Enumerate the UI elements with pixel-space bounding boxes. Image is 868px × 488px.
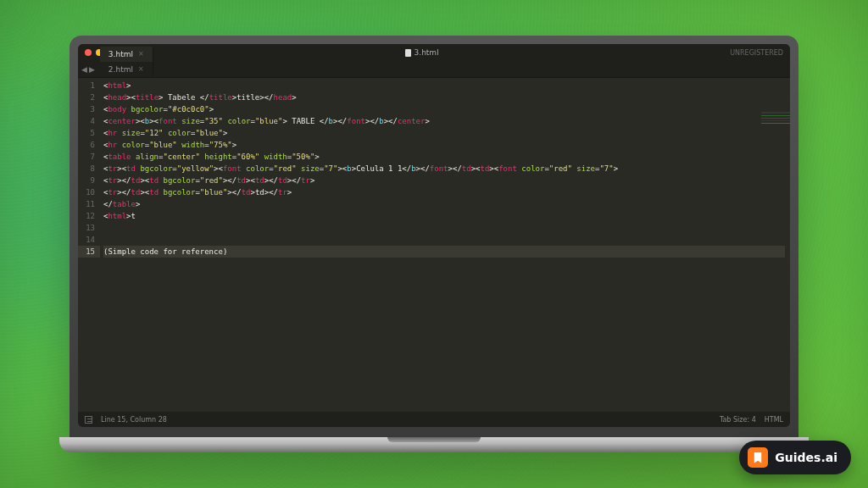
editor-area[interactable]: 123456789101112131415 <html><head><title…	[78, 78, 790, 412]
code-line[interactable]: <html>t	[103, 210, 785, 222]
code-line[interactable]: <body bgcolor="#c0c0c0">	[103, 103, 785, 115]
tab-nav: ◀ ▶	[81, 65, 95, 74]
code-line[interactable]	[103, 222, 785, 234]
bookmark-icon	[748, 447, 768, 468]
minimap[interactable]	[761, 112, 790, 163]
code-line[interactable]: <hr color="blue" width="75%">	[103, 139, 785, 151]
close-tab-icon[interactable]: ×	[138, 65, 144, 73]
code-line[interactable]: <table align="center" height="60%" width…	[103, 151, 785, 163]
code-line[interactable]: <tr></td><td bgcolor="red"></td><td></td…	[103, 175, 785, 186]
status-bar: Line 15, Column 28 Tab Size: 4 HTML	[78, 412, 790, 427]
file-icon	[405, 49, 411, 57]
window-title: 3.html	[119, 48, 725, 57]
code-line[interactable]: <center><b><font size="35" color="blue">…	[103, 115, 785, 127]
tab-bar: ◀ ▶ 3.html×2.html×1.html×	[78, 61, 790, 78]
tab-size[interactable]: Tab Size: 4	[720, 416, 756, 424]
tab-3-html[interactable]: 3.html×	[100, 47, 153, 62]
laptop-mockup: 3.html UNREGISTERED ◀ ▶ 3.html×2.html×1.…	[70, 36, 798, 452]
nav-back-icon[interactable]: ◀	[81, 65, 87, 74]
editor-screen: 3.html UNREGISTERED ◀ ▶ 3.html×2.html×1.…	[78, 44, 790, 427]
title-text: 3.html	[415, 48, 439, 57]
code-line[interactable]: <html>	[103, 80, 785, 92]
close-tab-icon[interactable]: ×	[138, 50, 144, 58]
code-content[interactable]: <html><head><title> Tabele </title>title…	[100, 78, 790, 412]
nav-fwd-icon[interactable]: ▶	[89, 65, 95, 74]
cursor-position[interactable]: Line 15, Column 28	[101, 416, 167, 424]
brand-badge[interactable]: Guides.ai	[739, 441, 851, 474]
code-line[interactable]	[103, 234, 785, 246]
language-mode[interactable]: HTML	[765, 416, 783, 424]
code-line[interactable]: <head><title> Tabele </title>title></hea…	[103, 92, 785, 103]
brand-label: Guides.ai	[775, 452, 837, 463]
line-gutter: 123456789101112131415	[78, 78, 100, 412]
panel-icon[interactable]	[85, 416, 92, 424]
tab-label: 3.html	[108, 50, 133, 58]
screen-bezel: 3.html UNREGISTERED ◀ ▶ 3.html×2.html×1.…	[70, 36, 798, 437]
window-titlebar: 3.html UNREGISTERED	[78, 44, 790, 61]
code-line[interactable]: (Simple code for reference)	[103, 246, 785, 258]
tab-2-html[interactable]: 2.html×	[100, 62, 153, 77]
unregistered-badge: UNREGISTERED	[730, 49, 783, 57]
code-line[interactable]: <tr></td><td bgcolor="blue"></td>td></tr…	[103, 186, 785, 198]
close-icon[interactable]	[85, 49, 92, 56]
laptop-base	[59, 437, 809, 452]
code-line[interactable]: <hr size="12" color="blue">	[103, 127, 785, 139]
tab-label: 2.html	[108, 65, 133, 74]
code-line[interactable]: <tr><td bgcolor="yellow"><font color="re…	[103, 163, 785, 175]
code-line[interactable]: </table>	[103, 198, 785, 210]
